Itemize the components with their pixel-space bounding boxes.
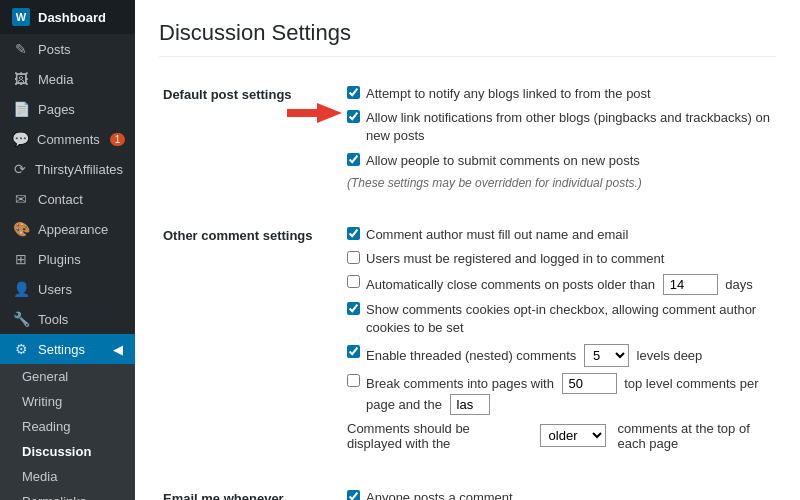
default-post-note: (These settings may be overridden for in… [347,176,772,190]
comment-opt-3-label: Automatically close comments on posts ol… [366,274,753,295]
posts-icon: ✎ [12,41,30,57]
sidebar-item-tools[interactable]: 🔧 Tools [0,304,135,334]
users-label: Users [38,282,72,297]
sidebar-item-media[interactable]: 🖼 Media [0,64,135,94]
submenu-media[interactable]: Media [0,464,135,489]
comment-opt-3-checkbox[interactable] [347,275,360,288]
default-option-3-label: Allow people to submit comments on new p… [366,152,640,170]
tools-icon: 🔧 [12,311,30,327]
dashboard-menu-item[interactable]: W Dashboard [0,0,135,34]
thirsty-label: ThirstyAffiliates [35,162,123,177]
comment-opt-1-label: Comment author must fill out name and em… [366,226,628,244]
comment-opt-2: Users must be registered and logged in t… [347,250,772,268]
settings-label: Settings [38,342,85,357]
media-icon: 🖼 [12,71,30,87]
arrow-annotation [287,99,342,130]
default-option-1: Attempt to notify any blogs linked to fr… [347,85,772,103]
settings-icon: ⚙ [12,341,30,357]
close-comments-days-input[interactable] [663,274,718,295]
default-option-2-checkbox[interactable] [347,110,360,123]
default-option-3: Allow people to submit comments on new p… [347,152,772,170]
email-row: Email me whenever Anyone posts a comment… [159,481,776,501]
pages-label: Pages [38,102,75,117]
comment-opt-4-checkbox[interactable] [347,302,360,315]
comments-label: Comments [37,132,100,147]
sidebar: W Dashboard ✎ Posts 🖼 Media 📄 Pages 💬 Co… [0,0,135,500]
submenu-permalinks[interactable]: Permalinks [0,489,135,500]
contact-icon: ✉ [12,191,30,207]
comments-page-order-input[interactable] [450,394,490,415]
tools-label: Tools [38,312,68,327]
comment-opt-6: Break comments into pages with top level… [347,373,772,415]
submenu-discussion[interactable]: Discussion [0,439,135,464]
comment-opt-5: Enable threaded (nested) comments 12345 … [347,344,772,367]
submenu-writing[interactable]: Writing [0,389,135,414]
appearance-icon: 🎨 [12,221,30,237]
wordpress-icon: W [12,8,30,26]
page-title: Discussion Settings [159,20,776,57]
submenu-reading[interactable]: Reading [0,414,135,439]
comments-per-page-input[interactable] [562,373,617,394]
comment-opt-3: Automatically close comments on posts ol… [347,274,772,295]
default-post-controls: Attempt to notify any blogs linked to fr… [339,77,776,202]
sidebar-item-appearance[interactable]: 🎨 Appearance [0,214,135,244]
email-opt-1-label: Anyone posts a comment [366,489,513,501]
comment-opt-6-checkbox[interactable] [347,374,360,387]
pages-icon: 📄 [12,101,30,117]
default-post-label: Default post settings [159,77,339,202]
plugins-icon: ⊞ [12,251,30,267]
threaded-comments-select[interactable]: 12345 678910 [584,344,629,367]
posts-label: Posts [38,42,71,57]
sidebar-item-settings[interactable]: ⚙ Settings ◀ [0,334,135,364]
comment-display-suffix: comments at the top of each page [618,421,772,451]
comment-opt-1: Comment author must fill out name and em… [347,226,772,244]
other-comment-controls: Comment author must fill out name and em… [339,218,776,465]
svg-marker-0 [287,103,342,123]
sidebar-item-thirstyaffiliates[interactable]: ⟳ ThirstyAffiliates [0,154,135,184]
comment-opt-4: Show comments cookies opt-in checkbox, a… [347,301,772,337]
sidebar-item-posts[interactable]: ✎ Posts [0,34,135,64]
appearance-label: Appearance [38,222,108,237]
email-opt-1: Anyone posts a comment [347,489,772,501]
submenu-general[interactable]: General [0,364,135,389]
default-post-row: Default post settings Attempt to notify … [159,77,776,202]
comment-opt-5-label: Enable threaded (nested) comments 12345 … [366,344,702,367]
email-label: Email me whenever [159,481,339,501]
sidebar-item-pages[interactable]: 📄 Pages [0,94,135,124]
comment-opt-6-label: Break comments into pages with top level… [366,373,772,415]
default-option-2: Allow link notifications from other blog… [347,109,772,145]
media-label: Media [38,72,73,87]
settings-submenu: General Writing Reading Discussion Media… [0,364,135,500]
comments-badge: 1 [110,133,126,146]
dashboard-label: Dashboard [38,10,106,25]
default-option-1-checkbox[interactable] [347,86,360,99]
sidebar-item-users[interactable]: 👤 Users [0,274,135,304]
default-option-2-label: Allow link notifications from other blog… [366,109,772,145]
comment-opt-5-checkbox[interactable] [347,345,360,358]
sidebar-item-contact[interactable]: ✉ Contact [0,184,135,214]
comment-opt-4-label: Show comments cookies opt-in checkbox, a… [366,301,772,337]
default-option-1-label: Attempt to notify any blogs linked to fr… [366,85,651,103]
comment-display-row: Comments should be displayed with the ol… [347,421,772,451]
email-controls: Anyone posts a comment A comment is held… [339,481,776,501]
comment-opt-2-checkbox[interactable] [347,251,360,264]
comment-order-select[interactable]: older newer [540,424,606,447]
plugins-label: Plugins [38,252,81,267]
comments-icon: 💬 [12,131,29,147]
comment-opt-2-label: Users must be registered and logged in t… [366,250,664,268]
sidebar-item-comments[interactable]: 💬 Comments 1 [0,124,135,154]
comment-display-text: Comments should be displayed with the [347,421,528,451]
sidebar-item-plugins[interactable]: ⊞ Plugins [0,244,135,274]
other-comment-label: Other comment settings [159,218,339,465]
email-opt-1-checkbox[interactable] [347,490,360,501]
other-comment-row: Other comment settings Comment author mu… [159,218,776,465]
thirsty-icon: ⟳ [12,161,27,177]
main-content-area: Discussion Settings Default post setting… [135,0,800,500]
comment-opt-1-checkbox[interactable] [347,227,360,240]
default-option-3-checkbox[interactable] [347,153,360,166]
settings-arrow: ◀ [113,342,123,357]
users-icon: 👤 [12,281,30,297]
contact-label: Contact [38,192,83,207]
settings-table: Default post settings Attempt to notify … [159,77,776,500]
discussion-settings-panel: Discussion Settings Default post setting… [135,0,800,500]
